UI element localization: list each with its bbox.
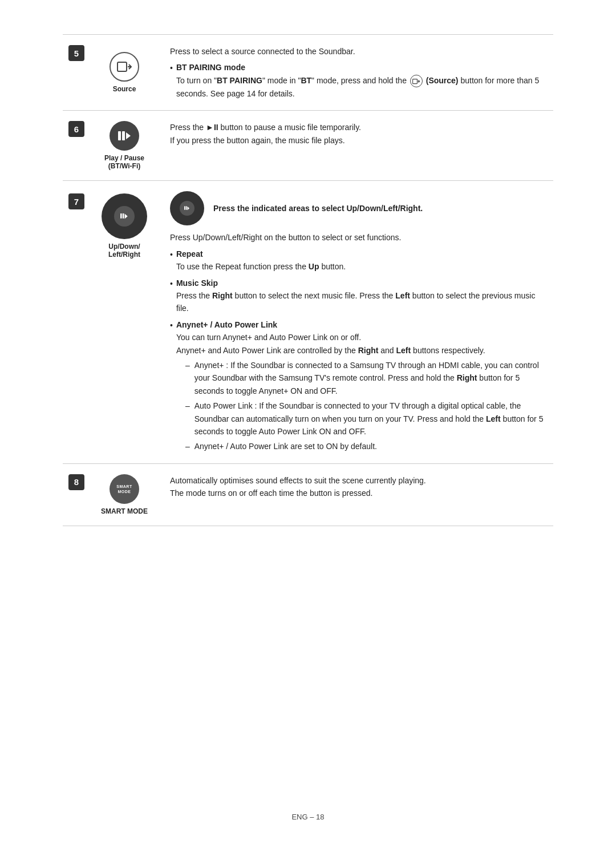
svg-rect-8 <box>123 213 124 219</box>
playpause-icon <box>110 121 139 151</box>
desc-main: Press Up/Down/Left/Right on the button t… <box>170 231 548 244</box>
svg-rect-4 <box>118 131 121 140</box>
bullet-item-musicskip: • Music Skip Press the Right button to s… <box>170 277 548 315</box>
row-description: Press the ►II button to pause a music fi… <box>159 111 553 181</box>
table-row: 6 Play / Pause(BT/Wi-Fi) Press the ►II <box>63 111 553 181</box>
dpad-desc-row: Press the indicated areas to select Up/D… <box>170 191 548 225</box>
desc-main: Press to select a source connected to th… <box>170 45 548 58</box>
desc-main: Press the ►II button to pause a music fi… <box>170 121 548 147</box>
row-icon-cell: Up/Down/Left/Right <box>90 181 159 463</box>
table-row: 8 SMART MODE SMART MODE Automatically op… <box>63 463 553 526</box>
reference-table: 5 Source Press to select a source conn <box>63 34 553 526</box>
bullet-heading-anynet: Anynet+ / Auto Power Link <box>176 320 277 329</box>
smartmode-label: SMART MODE <box>96 507 153 515</box>
svg-rect-5 <box>122 131 125 140</box>
bullet-item: • BT PAIRING mode To turn on "BT PAIRING… <box>170 61 548 100</box>
row-number: 6 <box>63 111 90 181</box>
bullet-section: • Repeat To use the Repeat function pres… <box>170 248 548 453</box>
svg-rect-2 <box>413 79 418 83</box>
row-description: Press the indicated areas to select Up/D… <box>159 181 553 463</box>
sub-bullet-3: – Anynet+ / Auto Power Link are set to O… <box>176 440 548 453</box>
page-content: 5 Source Press to select a source conn <box>63 34 553 767</box>
row-number: 7 <box>63 181 90 463</box>
smartmode-icon: SMART MODE <box>110 474 139 504</box>
row-number: 8 <box>63 463 90 526</box>
dpad-main-desc: Press the indicated areas to select Up/D… <box>213 202 423 215</box>
row-description: Press to select a source connected to th… <box>159 35 553 111</box>
source-label: Source <box>96 85 153 93</box>
page-number: ENG – 18 <box>291 813 324 821</box>
svg-rect-7 <box>120 213 122 219</box>
bullet-text-repeat: To use the Repeat function press the Up … <box>176 262 346 271</box>
source-svg <box>117 60 132 73</box>
source-inline-icon <box>410 75 423 87</box>
source-icon <box>110 52 139 82</box>
row-icon-cell: Play / Pause(BT/Wi-Fi) <box>90 111 159 181</box>
svg-rect-0 <box>117 62 127 71</box>
svg-marker-6 <box>126 132 131 139</box>
sub-bullet-2: – Auto Power Link : If the Soundbar is c… <box>176 399 548 438</box>
dpad-label: Up/Down/Left/Right <box>96 243 153 259</box>
bullet-text-musicskip: Press the Right button to select the nex… <box>176 291 536 313</box>
bullet-heading-musicskip: Music Skip <box>176 278 218 288</box>
bullet-heading-repeat: Repeat <box>176 249 203 259</box>
sub-bullet-1: – Anynet+ : If the Soundbar is connected… <box>176 359 548 397</box>
svg-rect-10 <box>184 207 185 210</box>
bullet-section: • BT PAIRING mode To turn on "BT PAIRING… <box>170 61 548 100</box>
bullet-item-repeat: • Repeat To use the Repeat function pres… <box>170 248 548 273</box>
dpad-icon <box>102 193 147 239</box>
page-footer: ENG – 18 <box>0 801 616 844</box>
svg-rect-11 <box>186 207 187 210</box>
desc-main: Automatically optimises sound effects to… <box>170 474 548 500</box>
table-row: 7 Up/Down/Left/Right <box>63 181 553 463</box>
svg-marker-12 <box>187 207 189 210</box>
row-description: Automatically optimises sound effects to… <box>159 463 553 526</box>
dpad-small-icon <box>170 191 204 225</box>
bullet-item-anynet: • Anynet+ / Auto Power Link You can turn… <box>170 318 548 453</box>
row-number: 5 <box>63 35 90 111</box>
playpause-label: Play / Pause(BT/Wi-Fi) <box>96 154 153 170</box>
row-icon-cell: SMART MODE SMART MODE <box>90 463 159 526</box>
svg-marker-9 <box>125 214 128 219</box>
bullet-text: To turn on "BT PAIRING" mode in "BT" mod… <box>176 76 539 98</box>
table-row: 5 Source Press to select a source conn <box>63 35 553 111</box>
row-icon-cell: Source <box>90 35 159 111</box>
bullet-text-anynet: You can turn Anynet+ and Auto Power Link… <box>176 333 485 354</box>
bullet-heading: BT PAIRING mode <box>176 63 245 72</box>
